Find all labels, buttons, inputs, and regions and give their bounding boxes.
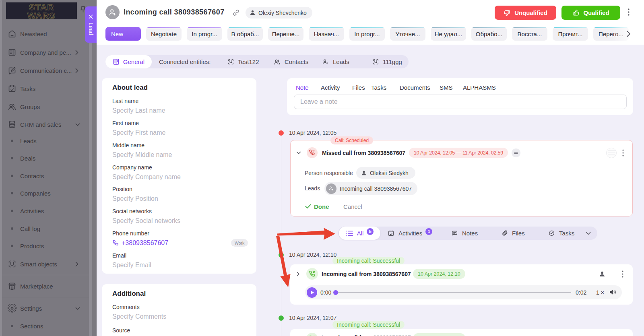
- svg-text:STAR: STAR: [29, 3, 54, 12]
- svg-text:WARS: WARS: [27, 11, 56, 19]
